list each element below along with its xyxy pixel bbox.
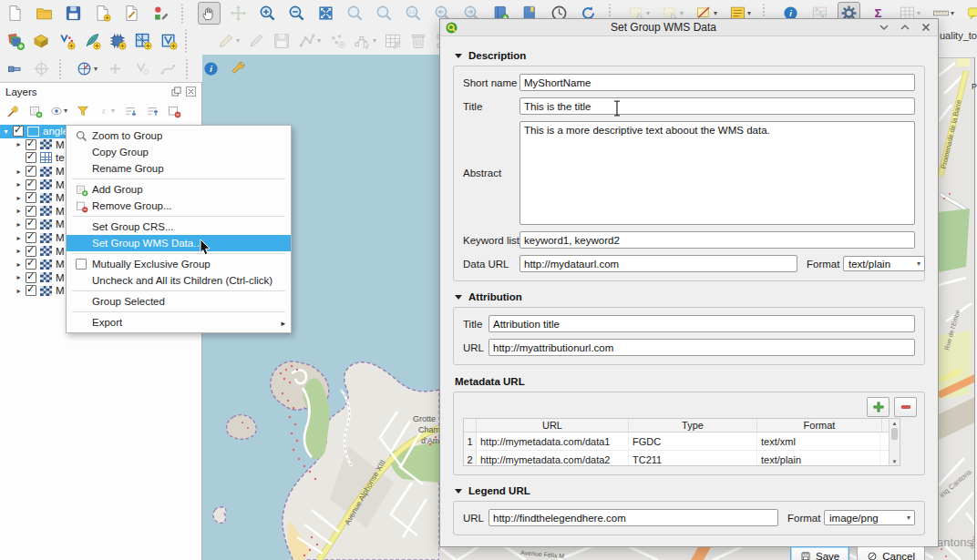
pan-to-selection-button[interactable]	[227, 2, 250, 25]
map-tips-button[interactable]	[963, 2, 977, 25]
menu-export[interactable]: Export	[67, 314, 291, 331]
layer-checkbox[interactable]	[26, 206, 36, 217]
zoom-to-selection-button[interactable]	[344, 2, 366, 25]
add-part-button[interactable]	[104, 57, 127, 80]
description-section-header[interactable]: Description	[455, 50, 923, 61]
menu-zoom-to-group[interactable]: Zoom to Group	[67, 127, 291, 144]
layer-checkbox[interactable]	[26, 152, 36, 163]
modify-attributes-button[interactable]	[381, 29, 405, 53]
panel-close-button[interactable]	[185, 86, 197, 97]
layer-checkbox[interactable]	[26, 259, 36, 270]
data-url-input[interactable]: http://mydataurl.com	[519, 255, 797, 272]
expander-icon[interactable]: ▸	[13, 180, 25, 188]
add-metadata-row-button[interactable]	[867, 397, 890, 417]
expander-icon[interactable]: ▸	[13, 287, 25, 295]
remove-layer-button[interactable]	[164, 101, 183, 120]
data-source-manager-button[interactable]	[4, 29, 27, 53]
new-print-layout-button[interactable]	[91, 2, 114, 25]
save-edits-button[interactable]	[270, 29, 293, 53]
collapse-arrow-icon[interactable]	[455, 489, 462, 494]
expander-icon[interactable]: ▸	[13, 168, 25, 176]
style-manager-button[interactable]	[149, 2, 172, 25]
menu-group-selected[interactable]: Group Selected	[67, 293, 291, 310]
filter-legend-button[interactable]	[73, 101, 92, 120]
collapse-arrow-icon[interactable]	[455, 54, 462, 58]
zoom-full-button[interactable]	[314, 2, 337, 25]
zoom-to-layer-button[interactable]	[373, 2, 396, 25]
legend-format-select[interactable]: image/png	[824, 510, 915, 525]
delete-selected-button[interactable]	[406, 29, 430, 53]
attribution-section-header[interactable]: Attribution	[455, 291, 923, 302]
manage-map-themes-button[interactable]	[47, 101, 70, 120]
new-spatialite-button[interactable]	[106, 29, 129, 53]
add-line-feature-button[interactable]	[295, 29, 324, 53]
scroll-down-icon[interactable]: ▼	[892, 457, 898, 465]
menu-set-group-crs[interactable]: Set Group CRS...	[67, 219, 291, 235]
title-input[interactable]: This is the title	[519, 97, 915, 115]
layer-checkbox[interactable]	[26, 192, 36, 203]
layer-checkbox[interactable]	[13, 126, 24, 137]
current-edits-button[interactable]	[214, 29, 242, 53]
menu-set-group-wms-data[interactable]: Set Group WMS Data...	[67, 235, 291, 251]
layer-checkbox[interactable]	[26, 232, 36, 243]
expander-icon[interactable]: ▸	[13, 140, 25, 148]
new-mesh-layer-button[interactable]	[157, 29, 180, 53]
project-open-button[interactable]	[33, 2, 56, 25]
expand-all-button[interactable]	[120, 101, 139, 120]
expander-icon[interactable]: ▸	[13, 273, 25, 281]
zoom-in-button[interactable]	[256, 2, 279, 25]
vertex-tool-button[interactable]	[351, 29, 379, 53]
menu-add-group[interactable]: Add Group	[67, 181, 291, 198]
add-layer-button[interactable]	[29, 29, 53, 53]
maximize-window-icon[interactable]	[899, 21, 911, 34]
zoom-native-button[interactable]	[402, 2, 425, 25]
expander-icon[interactable]: ▸	[13, 207, 25, 215]
scroll-thumb[interactable]	[891, 428, 898, 440]
expander-icon[interactable]: ▾	[0, 127, 12, 136]
abstract-textarea[interactable]: This is a more descriptive text aboout t…	[519, 121, 915, 225]
dialog-titlebar[interactable]: Set Group WMS Data	[440, 19, 938, 36]
remove-metadata-row-button[interactable]	[894, 397, 917, 417]
menu-copy-group[interactable]: Copy Group	[67, 144, 291, 160]
expander-icon[interactable]: ▸	[13, 247, 25, 255]
curve-tool-button[interactable]	[157, 57, 180, 80]
metadata-table-row[interactable]: 2 http://mymetadata.com/data2 TC211 text…	[464, 451, 900, 466]
metadata-table[interactable]: URL Type Format 1 http://mymetadata.com/…	[463, 418, 900, 466]
collapse-arrow-icon[interactable]	[455, 295, 462, 300]
expander-icon[interactable]: ▸	[13, 234, 25, 242]
metadata-table-scrollbar[interactable]: ▲ ▼	[889, 419, 900, 465]
layer-checkbox[interactable]	[26, 285, 36, 296]
metadata-table-row[interactable]: 1 http://mymetadata.com/data1 FGDC text/…	[464, 433, 900, 451]
filter-expression-button[interactable]	[95, 101, 118, 120]
toggle-editing-button[interactable]	[244, 29, 268, 53]
layer-checkbox[interactable]	[26, 272, 36, 283]
expander-icon[interactable]: ▸	[13, 260, 25, 269]
v-edit-button[interactable]	[130, 57, 153, 80]
menu-uncheck-children[interactable]: Uncheck and All its Children (Ctrl-click…	[67, 272, 291, 289]
expander-icon[interactable]: ▸	[13, 194, 25, 202]
add-point-feature-button[interactable]	[325, 29, 349, 53]
add-group-button[interactable]	[26, 101, 45, 120]
menu-remove-group[interactable]: Remove Group...	[67, 198, 291, 214]
map-canvas-right[interactable]: Promenade de la Barre Rue de l'Embe inq …	[939, 57, 977, 560]
scroll-up-icon[interactable]: ▲	[892, 419, 898, 427]
shade-window-icon[interactable]	[878, 21, 890, 34]
new-virtual-layer-button[interactable]	[131, 29, 155, 53]
short-name-input[interactable]: MyShortName	[519, 74, 915, 91]
pan-map-button[interactable]	[198, 2, 221, 25]
panel-float-button[interactable]	[170, 86, 182, 97]
legend-url-input[interactable]: http://findthelegendhere.com	[488, 509, 778, 526]
close-window-icon[interactable]	[920, 21, 932, 34]
project-new-button[interactable]	[4, 2, 26, 25]
attribution-url-input[interactable]: http://myattributionurl.com	[488, 339, 915, 356]
layer-checkbox[interactable]	[26, 219, 36, 229]
keyword-list-input[interactable]: keyword1, keyword2	[519, 231, 915, 249]
plugin-settings-button[interactable]	[226, 57, 249, 80]
new-geopackage-button[interactable]	[80, 29, 104, 53]
attribution-title-input[interactable]: Attribution title	[488, 315, 915, 332]
legend-url-section-header[interactable]: Legend URL	[455, 485, 923, 496]
metasearch-button[interactable]	[200, 57, 222, 80]
cancel-button[interactable]: Cancel	[857, 546, 925, 560]
data-url-format-select[interactable]: text/plain	[843, 256, 925, 271]
layout-manager-button[interactable]	[120, 2, 143, 25]
